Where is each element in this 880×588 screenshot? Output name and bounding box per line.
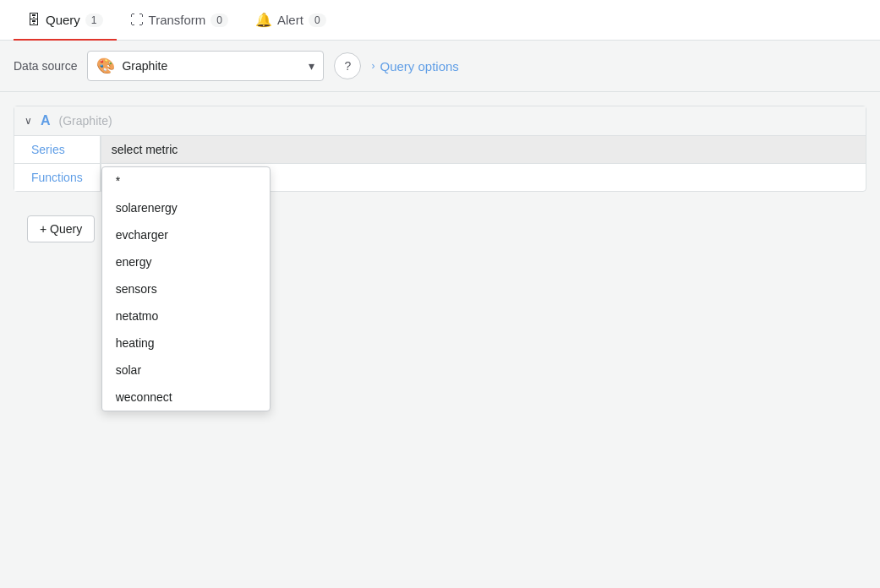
query-icon: 🗄 xyxy=(27,13,41,28)
tab-bar: 🗄 Query 1 ⛶ Transform 0 🔔 Alert 0 xyxy=(0,0,880,41)
query-header-a: ∨ A (Graphite) xyxy=(14,106,866,136)
query-options-chevron-icon: › xyxy=(371,60,374,72)
alert-icon: 🔔 xyxy=(255,12,272,28)
metric-input-area: select metric * solarenergy evcharger en… xyxy=(101,136,866,191)
metric-dropdown: * solarenergy evcharger energy sensors n… xyxy=(101,166,271,411)
metric-placeholder: select metric xyxy=(112,143,178,156)
tab-functions-label: Functions xyxy=(31,171,83,184)
sidebar-tabs: Series Functions xyxy=(14,136,101,191)
tab-functions[interactable]: Functions xyxy=(14,163,101,191)
add-query-button[interactable]: + Query xyxy=(27,215,95,242)
datasource-value: Graphite xyxy=(122,59,302,73)
tab-alert[interactable]: 🔔 Alert 0 xyxy=(242,0,340,41)
dropdown-item-wildcard[interactable]: * xyxy=(102,167,270,194)
query-datasource-name: (Graphite) xyxy=(59,114,112,128)
dropdown-item-solar[interactable]: solar xyxy=(102,357,270,384)
dropdown-item-evcharger[interactable]: evcharger xyxy=(102,221,270,248)
dropdown-item-energy[interactable]: energy xyxy=(102,248,270,275)
transform-icon: ⛶ xyxy=(130,13,144,28)
add-query-label: + Query xyxy=(40,222,82,236)
dropdown-item-sensors[interactable]: sensors xyxy=(102,275,270,302)
tab-series-label: Series xyxy=(31,143,65,156)
help-icon: ? xyxy=(345,59,352,73)
datasource-chevron-icon: ▾ xyxy=(309,59,314,73)
collapse-button[interactable]: ∨ xyxy=(25,115,32,127)
tab-transform-label: Transform xyxy=(149,13,206,27)
help-button[interactable]: ? xyxy=(334,52,361,79)
datasource-bar: Data source 🎨 Graphite ▾ ? › Query optio… xyxy=(0,41,880,92)
datasource-icon: 🎨 xyxy=(96,57,115,75)
datasource-label: Data source xyxy=(14,59,77,73)
tab-series[interactable]: Series xyxy=(14,136,101,163)
tab-query[interactable]: 🗄 Query 1 xyxy=(14,0,117,41)
dropdown-item-solarenergy[interactable]: solarenergy xyxy=(102,194,270,221)
query-options-button[interactable]: › Query options xyxy=(371,59,458,74)
query-letter-a: A xyxy=(41,113,51,128)
tab-alert-label: Alert xyxy=(277,13,303,27)
dropdown-item-netatmo[interactable]: netatmo xyxy=(102,302,270,329)
tab-query-label: Query xyxy=(46,13,80,27)
tab-transform-badge: 0 xyxy=(210,14,228,27)
dropdown-item-weconnect[interactable]: weconnect xyxy=(102,384,270,411)
tab-query-badge: 1 xyxy=(85,14,103,27)
query-options-label: Query options xyxy=(380,59,458,74)
main-content: ∨ A (Graphite) Series Functions select m… xyxy=(0,92,880,266)
query-section-a: ∨ A (Graphite) Series Functions select m… xyxy=(14,106,866,192)
metric-input-header[interactable]: select metric xyxy=(101,136,866,164)
datasource-select[interactable]: 🎨 Graphite ▾ xyxy=(87,51,324,81)
dropdown-item-heating[interactable]: heating xyxy=(102,329,270,357)
tab-alert-badge: 0 xyxy=(309,14,326,27)
tab-transform[interactable]: ⛶ Transform 0 xyxy=(117,0,242,41)
query-body: Series Functions select metric * solaren… xyxy=(14,136,866,191)
